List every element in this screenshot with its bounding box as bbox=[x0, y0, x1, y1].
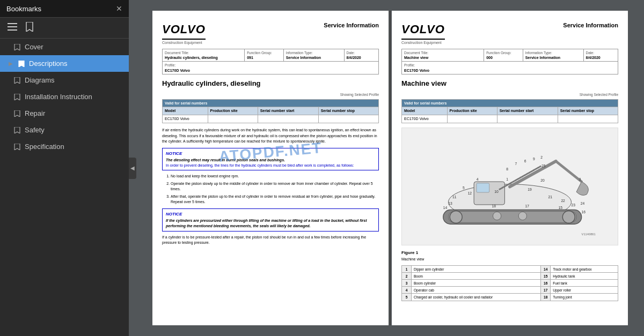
fig-desc-14: Track motor and gearbox bbox=[551, 266, 618, 273]
sidebar-collapse-handle[interactable]: ◀ bbox=[129, 158, 136, 179]
fig-desc-5: Charged air cooler, hydraulic oil cooler… bbox=[412, 294, 541, 301]
volvo-branding-right: VOLVO Construction Equipment bbox=[401, 21, 445, 46]
fig-desc-18: Turning joint bbox=[551, 294, 618, 301]
machine-view-diagram: 4 1 2 3 14 15 5 16 17 18 19 20 21 22 23 … bbox=[401, 128, 618, 245]
serial-table-header-right: Valid for serial numbers bbox=[402, 99, 618, 107]
svg-line-7 bbox=[556, 161, 582, 181]
info-type-label-left: Information Type: bbox=[286, 50, 342, 55]
svg-point-14 bbox=[518, 212, 526, 220]
fig-desc-4: Operator cab bbox=[412, 287, 541, 294]
svg-text:17: 17 bbox=[525, 204, 530, 207]
fig-desc-16: Fuel tank bbox=[551, 280, 618, 287]
sidebar-navigation: Cover ▶ Descriptions Diagrams Installati… bbox=[0, 39, 129, 336]
serial-table-header-left: Valid for serial numbers bbox=[163, 99, 379, 107]
svg-rect-1 bbox=[8, 26, 17, 27]
fig-num-4: 4 bbox=[402, 287, 412, 294]
svg-text:21: 21 bbox=[548, 195, 553, 198]
fig-desc-17: Upper roller bbox=[551, 287, 618, 294]
page-left: VOLVO Construction Equipment Service Inf… bbox=[152, 11, 389, 325]
profile-label-left: Profile: bbox=[165, 63, 376, 68]
doc-info-table-right: Document Title: Machine view Function Gr… bbox=[401, 49, 618, 75]
bookmark-icon bbox=[18, 61, 25, 67]
svg-text:8: 8 bbox=[506, 167, 508, 170]
bookmark-icon bbox=[14, 144, 20, 150]
construction-equipment-left: Construction Equipment bbox=[162, 40, 206, 46]
fig-num-2: 2 bbox=[402, 273, 412, 280]
fig-num-16: 16 bbox=[541, 280, 551, 287]
svg-text:13: 13 bbox=[448, 201, 452, 205]
svg-text:V1140861: V1140861 bbox=[582, 233, 596, 236]
serial-table-left: Valid for serial numbers Model Productio… bbox=[162, 99, 379, 123]
page-right-header: VOLVO Construction Equipment Service Inf… bbox=[401, 21, 618, 46]
notice-box-1: NOTICE The dieseling effect may result i… bbox=[162, 148, 379, 171]
svg-rect-5 bbox=[477, 183, 489, 192]
sidebar-item-installation[interactable]: Installation Instruction bbox=[0, 88, 129, 105]
svg-text:25: 25 bbox=[541, 164, 546, 168]
sidebar-item-repair[interactable]: Repair bbox=[0, 105, 129, 122]
doc-title-value-left: Hydraulic cylinders, dieseling bbox=[165, 55, 242, 61]
doc-title-value-right: Machine view bbox=[404, 55, 481, 61]
serial-model-left: EC170D Volvo bbox=[163, 115, 208, 123]
function-group-label-right: Function Group: bbox=[486, 50, 521, 55]
svg-text:11: 11 bbox=[452, 195, 457, 198]
date-value-right: 8/4/2020 bbox=[586, 55, 616, 61]
svg-text:3: 3 bbox=[579, 177, 581, 181]
close-icon[interactable]: ✕ bbox=[116, 4, 122, 13]
sidebar-item-cover[interactable]: Cover bbox=[0, 39, 129, 55]
sidebar-item-descriptions[interactable]: ▶ Descriptions bbox=[0, 55, 129, 72]
fig-num-18: 18 bbox=[541, 294, 551, 301]
svg-text:7: 7 bbox=[515, 162, 517, 166]
list-item-1: No load and keep the lowest engine rpm. bbox=[171, 174, 379, 180]
machine-diagram-svg: 4 1 2 3 14 15 5 16 17 18 19 20 21 22 23 … bbox=[407, 131, 612, 242]
volvo-logo-right: VOLVO bbox=[401, 21, 445, 40]
serial-model-right: EC170D Volvo bbox=[402, 115, 448, 123]
svg-text:16: 16 bbox=[582, 210, 586, 214]
fig-num-17: 17 bbox=[541, 287, 551, 294]
page-right: VOLVO Construction Equipment Service Inf… bbox=[392, 11, 628, 325]
body-list-left: No load and keep the lowest engine rpm. … bbox=[162, 174, 379, 205]
toolbar-bookmark-button[interactable] bbox=[24, 21, 35, 35]
svg-text:14: 14 bbox=[443, 205, 448, 209]
date-value-left: 8/4/2020 bbox=[347, 55, 377, 61]
serial-production-left bbox=[208, 115, 258, 123]
svg-text:10: 10 bbox=[494, 190, 499, 193]
figure-table-row-4: 4 Operator cab 17 Upper roller bbox=[402, 287, 618, 294]
serial-col-start-right: Serial number start bbox=[497, 107, 558, 115]
notice-text-bold-1: The dieseling effect may result in burnt… bbox=[166, 158, 375, 163]
bookmark-icon bbox=[14, 77, 20, 84]
figure-table-row-2: 2 Boom 15 Hydraulic tank bbox=[402, 273, 618, 280]
doc-title-label-left: Document Title: bbox=[165, 50, 242, 55]
svg-text:20: 20 bbox=[540, 178, 545, 182]
date-label-right: Date: bbox=[586, 50, 616, 55]
doc-info-table-left: Document Title: Hydraulic cylinders, die… bbox=[162, 49, 379, 75]
serial-start-right bbox=[497, 115, 558, 123]
fig-num-15: 15 bbox=[541, 273, 551, 280]
toolbar-menu-button[interactable] bbox=[5, 22, 19, 34]
volvo-logo-left: VOLVO bbox=[162, 21, 206, 40]
sidebar-item-label: Safety bbox=[25, 126, 45, 134]
svg-text:18: 18 bbox=[492, 204, 496, 207]
pages-container: VOLVO Construction Equipment Service Inf… bbox=[129, 0, 644, 336]
construction-equipment-right: Construction Equipment bbox=[401, 40, 445, 46]
main-content: ◀ VOLVO Construction Equipment Service I… bbox=[129, 0, 644, 336]
svg-text:4: 4 bbox=[477, 177, 479, 181]
fig-desc-1: Dipper arm cylinder bbox=[412, 266, 541, 273]
svg-text:22: 22 bbox=[561, 199, 565, 203]
sidebar-item-safety[interactable]: Safety bbox=[0, 122, 129, 138]
serial-col-model-right: Model bbox=[402, 107, 448, 115]
sidebar-item-label: Diagrams bbox=[25, 76, 55, 84]
sidebar-item-diagrams[interactable]: Diagrams bbox=[0, 72, 129, 88]
serial-row-right: EC170D Volvo bbox=[402, 115, 618, 123]
profile-value-right: EC170D Volvo bbox=[404, 68, 616, 73]
sidebar-item-specification[interactable]: Specification bbox=[0, 138, 129, 155]
figure-table-row-3: 3 Boom cylinder 16 Fuel tank bbox=[402, 280, 618, 287]
serial-production-right bbox=[447, 115, 497, 123]
sidebar-item-label: Cover bbox=[25, 43, 43, 51]
sidebar-toolbar bbox=[0, 18, 129, 39]
svg-text:1: 1 bbox=[506, 177, 508, 181]
profile-label-right: Profile: bbox=[404, 63, 616, 68]
list-item-3: After that, operate the piston up to the… bbox=[171, 194, 379, 205]
showing-profile-left: Showing Selected Profile bbox=[162, 92, 379, 97]
body-text-left: If air enters the hydraulic cylinders du… bbox=[162, 128, 379, 145]
svg-text:15: 15 bbox=[559, 205, 563, 209]
